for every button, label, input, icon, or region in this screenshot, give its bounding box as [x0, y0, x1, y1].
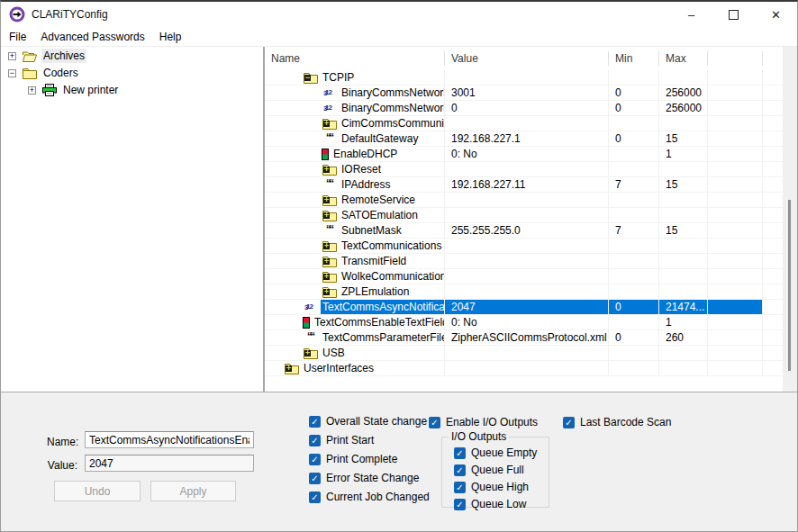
cell-name[interactable]: ““TextCommsParameterFile: [265, 330, 445, 345]
cell-min[interactable]: [609, 116, 659, 131]
cell-name[interactable]: +USB: [265, 346, 445, 360]
checkbox-checked-icon[interactable]: ✓: [454, 482, 466, 493]
apply-button[interactable]: Apply: [150, 481, 236, 501]
cell-value[interactable]: 192.168.227.1: [445, 131, 609, 146]
cell-value[interactable]: [445, 116, 609, 131]
cell-name[interactable]: 123BinaryCommsNetworkPort2: [265, 101, 445, 115]
checkbox-overall-state-change[interactable]: ✓Overall State change: [309, 415, 430, 428]
cell-max[interactable]: 15: [659, 223, 708, 238]
grid-row-binarycommsnetworkport[interactable]: 123BinaryCommsNetworkPort30010256000: [265, 86, 797, 101]
cell-name[interactable]: 123BinaryCommsNetworkPort: [265, 86, 445, 100]
cell-max[interactable]: [659, 284, 708, 299]
cell-max[interactable]: [659, 346, 708, 360]
grid-row-zplemulation[interactable]: +ZPLEmulation: [265, 284, 797, 300]
grid-row-subnetmask[interactable]: ““SubnetMask255.255.255.0715: [265, 223, 797, 239]
column-header-min[interactable]: Min: [609, 47, 659, 70]
cell-value[interactable]: [445, 361, 609, 375]
grid-row-usb[interactable]: +USB: [265, 346, 797, 361]
cell-min[interactable]: [609, 239, 659, 253]
cell-min[interactable]: [609, 208, 659, 222]
checkbox-checked-icon[interactable]: ✓: [563, 417, 575, 428]
cell-min[interactable]: [609, 193, 659, 207]
cell-name[interactable]: +UserInterfaces: [265, 361, 445, 375]
cell-name[interactable]: +SATOEmulation: [265, 208, 445, 222]
checkbox-print-complete[interactable]: ✓Print Complete: [309, 453, 430, 465]
tree-item-archives[interactable]: + Archives: [1, 48, 263, 64]
cell-value[interactable]: [445, 269, 609, 284]
cell-max[interactable]: [659, 269, 708, 284]
cell-name[interactable]: −TCPIP: [265, 70, 445, 85]
cell-min[interactable]: 7: [609, 223, 659, 238]
cell-name[interactable]: +ZPLEmulation: [265, 284, 445, 299]
cell-value[interactable]: [445, 70, 609, 85]
checkbox-current-job-changed[interactable]: ✓Current Job Changed: [309, 491, 430, 503]
cell-max[interactable]: [659, 361, 708, 375]
cell-name[interactable]: 123TextCommsAsyncNotificatio...: [265, 300, 445, 314]
close-button[interactable]: ✕: [755, 2, 797, 27]
menu-file[interactable]: File: [2, 31, 33, 43]
checkbox-checked-icon[interactable]: ✓: [309, 416, 321, 428]
cell-value[interactable]: 3001: [445, 86, 609, 100]
cell-max[interactable]: [659, 116, 708, 131]
scrollbar-thumb[interactable]: [788, 200, 791, 371]
grid-row-satoemulation[interactable]: +SATOEmulation: [265, 208, 797, 223]
cell-name[interactable]: ““DefaultGateway: [265, 131, 445, 146]
checkbox-queue-full[interactable]: ✓Queue Full: [454, 464, 549, 476]
checkbox-error-state-change[interactable]: ✓Error State Change: [309, 472, 430, 484]
name-field[interactable]: [85, 431, 254, 448]
cell-min[interactable]: [609, 254, 659, 268]
cell-min[interactable]: [609, 315, 659, 329]
cell-max[interactable]: [659, 193, 708, 207]
cell-value[interactable]: [445, 254, 609, 268]
vertical-scrollbar[interactable]: [783, 47, 797, 392]
cell-value[interactable]: 0: No: [445, 315, 609, 329]
cell-value[interactable]: 192.168.227.11: [445, 177, 609, 192]
cell-name[interactable]: +TextCommunications: [265, 239, 445, 253]
minimize-button[interactable]: –: [670, 2, 712, 27]
checkbox-checked-icon[interactable]: ✓: [454, 447, 466, 459]
cell-value[interactable]: 2047: [445, 300, 609, 314]
cell-value[interactable]: [445, 208, 609, 222]
cell-max[interactable]: [659, 162, 708, 176]
cell-max[interactable]: 256000: [659, 101, 708, 115]
cell-min[interactable]: [609, 70, 659, 85]
cell-value[interactable]: [445, 239, 609, 253]
menu-advanced-passwords[interactable]: Advanced Passwords: [33, 31, 151, 43]
checkbox-checked-icon[interactable]: ✓: [309, 454, 321, 465]
cell-name[interactable]: +TransmitField: [265, 254, 445, 268]
maximize-button[interactable]: [712, 2, 755, 27]
checkbox-checked-icon[interactable]: ✓: [454, 464, 466, 476]
cell-value[interactable]: 0: No: [445, 147, 609, 161]
cell-max[interactable]: 256000: [659, 86, 708, 100]
checkbox-checked-icon[interactable]: ✓: [429, 417, 440, 428]
grid-row-textcommsenabletextfield[interactable]: TextCommsEnableTextField...0: No1: [265, 315, 797, 330]
expand-toggle-icon[interactable]: +: [28, 86, 36, 95]
cell-value[interactable]: [445, 162, 609, 176]
menu-help[interactable]: Help: [152, 31, 189, 43]
checkbox-last-barcode-scan[interactable]: ✓ Last Barcode Scan: [563, 416, 671, 428]
cell-value[interactable]: 0: [445, 101, 609, 115]
cell-min[interactable]: 0: [609, 330, 659, 345]
grid-row-wolkecommunications[interactable]: +WolkeCommunications: [265, 269, 797, 284]
grid-row-userinterfaces[interactable]: +UserInterfaces: [265, 361, 797, 376]
cell-value[interactable]: 255.255.255.0: [445, 223, 609, 238]
cell-min[interactable]: 0: [609, 86, 659, 100]
cell-value[interactable]: [445, 284, 609, 299]
tree-item-new-printer[interactable]: + New printer: [1, 82, 263, 98]
grid-row-binarycommsnetworkport2[interactable]: 123BinaryCommsNetworkPort200256000: [265, 101, 797, 116]
cell-min[interactable]: [609, 361, 659, 375]
cell-max[interactable]: [659, 208, 708, 222]
collapse-toggle-icon[interactable]: −: [8, 69, 16, 77]
cell-name[interactable]: +IOReset: [265, 162, 445, 176]
cell-name[interactable]: EnableDHCP: [265, 147, 445, 161]
expand-toggle-icon[interactable]: +: [8, 52, 16, 60]
checkbox-queue-low[interactable]: ✓Queue Low: [454, 498, 549, 510]
grid-row-textcommunications[interactable]: +TextCommunications: [265, 239, 797, 254]
column-header-name[interactable]: Name: [265, 47, 445, 70]
checkbox-checked-icon[interactable]: ✓: [309, 435, 321, 446]
checkbox-enable-io-outputs[interactable]: ✓ Enable I/O Outputs: [429, 416, 538, 428]
cell-max[interactable]: 1: [659, 315, 708, 329]
cell-name[interactable]: +RemoteService: [265, 193, 445, 207]
checkbox-queue-high[interactable]: ✓Queue High: [454, 481, 549, 493]
cell-max[interactable]: 260: [659, 330, 708, 345]
